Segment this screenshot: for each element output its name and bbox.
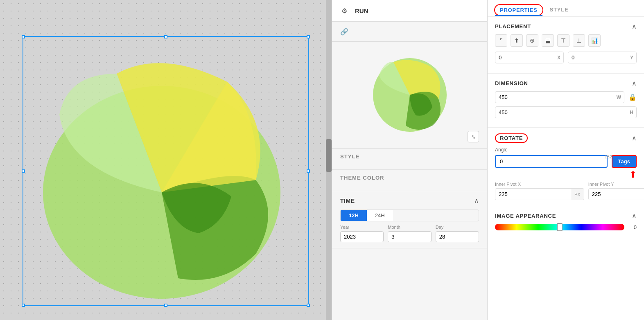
- canvas-area[interactable]: [0, 0, 332, 320]
- handle-mid-left[interactable]: [22, 169, 25, 173]
- canvas-scrollbar[interactable]: [326, 0, 332, 320]
- inner-pivot-x-label: Inner Pivot X: [495, 182, 584, 187]
- year-input[interactable]: [340, 231, 384, 242]
- width-input[interactable]: [495, 91, 624, 103]
- pivot-row: Inner Pivot X PX Inner Pivot Y: [495, 182, 637, 200]
- image-appearance-section: IMAGE APPEARANCE ∧ 0: [488, 206, 644, 236]
- align-tl-btn[interactable]: ⌜: [495, 34, 507, 47]
- style-label: STYLE: [340, 153, 479, 160]
- dimension-collapse-btn[interactable]: ∧: [632, 79, 637, 87]
- align-tc-btn[interactable]: ⬆: [511, 34, 523, 47]
- theme-color-section: THEME COLOR: [332, 170, 487, 191]
- time-toggle[interactable]: 12H 24H: [340, 210, 479, 221]
- height-field: H: [495, 106, 637, 118]
- placement-section: PLACEMENT ∧ ⌜ ⬆ ⊕ ⬓ ⊤ ⊥ 📊 X Y: [488, 17, 644, 74]
- color-slider-row: 0: [495, 224, 637, 230]
- time-24h-btn[interactable]: 24H: [367, 210, 393, 221]
- lock-icon[interactable]: 🔒: [628, 93, 637, 101]
- style-section: STYLE: [332, 149, 487, 170]
- placement-title: PLACEMENT: [495, 23, 531, 29]
- inner-pivot-x-field: Inner Pivot X PX: [495, 182, 584, 200]
- year-label: Year: [340, 225, 384, 230]
- time-12h-btn[interactable]: 12H: [341, 210, 367, 221]
- inner-pivot-y-input[interactable]: [589, 189, 644, 200]
- x-label: X: [557, 55, 560, 61]
- height-input[interactable]: [495, 106, 637, 118]
- placement-icons: ⌜ ⬆ ⊕ ⬓ ⊤ ⊥ 📊: [495, 34, 637, 47]
- handle-bottom-mid[interactable]: [164, 304, 167, 307]
- angle-input[interactable]: [495, 155, 608, 168]
- time-fields: Year Month Day: [340, 225, 479, 242]
- year-field: Year: [340, 225, 384, 242]
- align-center-btn[interactable]: ⊕: [526, 34, 538, 47]
- angle-badge: 182: [605, 154, 612, 159]
- red-arrow-icon: ⬆: [495, 169, 637, 180]
- dimension-section: DIMENSION ∧ W 🔒 H: [488, 74, 644, 128]
- angle-label: Angle: [495, 147, 637, 153]
- handle-mid-right[interactable]: [307, 169, 310, 173]
- handle-bottom-right[interactable]: [307, 304, 310, 307]
- h-label: H: [630, 110, 633, 115]
- scrollbar-thumb[interactable]: [326, 139, 332, 172]
- time-section: TIME ∧ 12H 24H Year Month Day: [332, 191, 487, 248]
- handle-bottom-left[interactable]: [22, 304, 25, 307]
- px-label-x: PX: [571, 189, 584, 200]
- w-label: W: [617, 95, 621, 100]
- width-row: W 🔒: [495, 91, 637, 103]
- rotate-section: ROTATE ∧ Angle 182 Tags ⬆ Inner Pivot X …: [488, 128, 644, 206]
- tags-button[interactable]: Tags: [612, 155, 637, 168]
- image-appearance-title: IMAGE APPEARANCE: [495, 213, 556, 219]
- day-label: Day: [436, 225, 479, 230]
- align-mid-btn[interactable]: ⊥: [573, 34, 585, 47]
- x-field: X: [495, 52, 564, 63]
- align-t-btn[interactable]: ⊤: [557, 34, 569, 47]
- width-field: W: [495, 91, 624, 103]
- day-input[interactable]: [436, 231, 479, 242]
- color-gradient-bar[interactable]: [495, 224, 624, 230]
- y-field: Y: [568, 52, 637, 63]
- month-label: Month: [388, 225, 431, 230]
- month-input[interactable]: [388, 231, 431, 242]
- coord-row: X Y: [495, 52, 637, 63]
- theme-color-label: THEME COLOR: [340, 175, 479, 181]
- mini-preview: ⤡: [332, 42, 487, 148]
- right-panel: PROPERTIES STYLE PLACEMENT ∧ ⌜ ⬆ ⊕ ⬓ ⊤ ⊥…: [487, 0, 644, 320]
- angle-row: Tags: [495, 155, 637, 168]
- tab-style[interactable]: STYLE: [543, 3, 575, 16]
- expand-button[interactable]: ⤡: [468, 131, 479, 142]
- inner-pivot-x-input[interactable]: [495, 189, 571, 200]
- handle-top-mid[interactable]: [164, 35, 167, 38]
- run-label: RUN: [355, 7, 368, 14]
- day-field: Day: [436, 225, 479, 242]
- inner-pivot-y-field: Inner Pivot Y: [588, 182, 644, 200]
- tab-properties[interactable]: PROPERTIES: [494, 4, 543, 16]
- color-value: 0: [628, 224, 637, 230]
- inner-pivot-y-label: Inner Pivot Y: [588, 182, 644, 187]
- y-label: Y: [630, 55, 633, 61]
- month-field: Month: [388, 225, 431, 242]
- dimension-title: DIMENSION: [495, 80, 528, 86]
- rotate-title: ROTATE: [495, 133, 528, 143]
- right-tabs: PROPERTIES STYLE: [488, 0, 644, 17]
- pie-chart-canvas: [27, 41, 305, 303]
- y-input[interactable]: [568, 52, 637, 63]
- color-slider-thumb[interactable]: [557, 223, 563, 231]
- x-input[interactable]: [495, 52, 564, 63]
- time-title: TIME: [340, 198, 355, 204]
- placement-collapse-btn[interactable]: ∧: [632, 23, 637, 30]
- align-rc-btn[interactable]: ⬓: [542, 34, 554, 47]
- rotate-collapse-btn[interactable]: ∧: [632, 134, 637, 142]
- sliders-icon[interactable]: ⚙: [338, 4, 351, 17]
- align-chart-btn[interactable]: 📊: [588, 34, 601, 47]
- link-icon[interactable]: 🔗: [338, 25, 351, 38]
- image-appearance-collapse-btn[interactable]: ∧: [632, 212, 637, 220]
- handle-top-right[interactable]: [307, 35, 310, 38]
- middle-panel: ⚙ RUN 🔗 ⤡ STYLE THEME COLOR TIME ∧ 12H 2…: [332, 0, 487, 320]
- height-row: H: [495, 106, 637, 118]
- handle-top-left[interactable]: [22, 35, 25, 38]
- time-collapse-btn[interactable]: ∧: [474, 197, 479, 205]
